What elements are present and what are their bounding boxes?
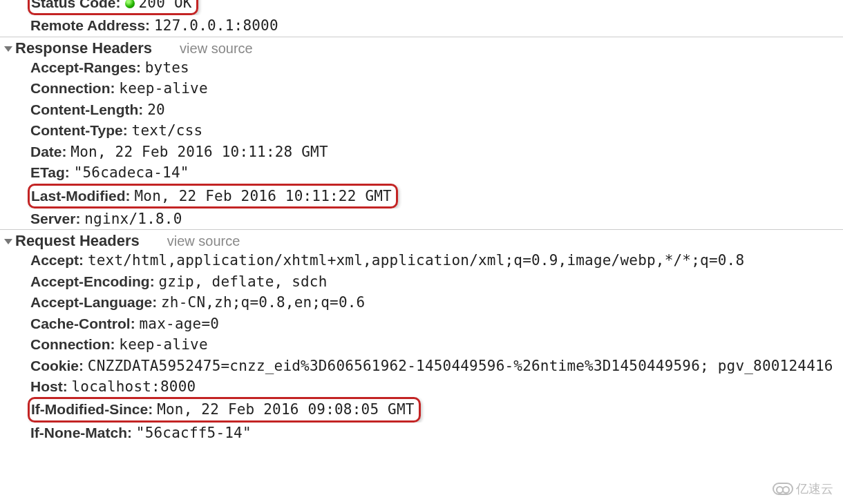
- if-none-match-row: If-None-Match: "56cacff5-14": [0, 423, 843, 443]
- header-row: Accept-Language: zh-CN,zh;q=0.8,en;q=0.6: [0, 292, 843, 313]
- response-headers-title: Response Headers: [15, 39, 152, 57]
- header-row: Cookie: CNZZDATA5952475=cnzz_eid%3D60656…: [0, 356, 843, 376]
- header-value: max-age=0: [140, 316, 220, 332]
- request-headers-section: Request Headers view source Accept: text…: [0, 229, 843, 443]
- header-label: Date:: [30, 144, 67, 159]
- response-view-source-link[interactable]: view source: [180, 41, 253, 57]
- header-value: bytes: [145, 59, 189, 76]
- header-label: Accept-Encoding:: [30, 273, 155, 289]
- header-value: Mon, 22 Feb 2016 10:11:28 GMT: [70, 144, 328, 160]
- header-label: Cache-Control:: [30, 316, 135, 331]
- status-code-label: Status Code:: [31, 0, 121, 13]
- header-value: zh-CN,zh;q=0.8,en;q=0.6: [161, 294, 365, 311]
- header-label: Accept-Language:: [30, 294, 157, 310]
- request-view-source-link[interactable]: view source: [167, 233, 240, 249]
- header-value: gzip, deflate, sdch: [159, 273, 328, 290]
- if-modified-since-label: If-Modified-Since:: [31, 399, 153, 420]
- last-modified-value: Mon, 22 Feb 2016 10:11:22 GMT: [134, 186, 391, 206]
- header-value: "56cadeca-14": [74, 164, 189, 181]
- server-value: nginx/1.8.0: [84, 211, 182, 227]
- header-value: text/html,application/xhtml+xml,applicat…: [88, 252, 744, 269]
- header-row: Content-Type: text/css: [0, 120, 843, 141]
- status-code-value: 200 OK: [139, 0, 192, 13]
- if-modified-since-highlight: If-Modified-Since: Mon, 22 Feb 2016 09:0…: [28, 397, 421, 422]
- remote-address-value: 127.0.0.1:8000: [154, 17, 278, 34]
- request-headers-header[interactable]: Request Headers view source: [0, 232, 843, 250]
- last-modified-label: Last-Modified:: [31, 186, 130, 206]
- header-label: Accept:: [30, 252, 84, 268]
- header-label: Host:: [30, 378, 68, 394]
- remote-address-row: Remote Address: 127.0.0.1:8000: [0, 15, 843, 36]
- header-row: Date: Mon, 22 Feb 2016 10:11:28 GMT: [0, 142, 843, 162]
- header-row: Connection: keep-alive: [0, 78, 843, 99]
- response-headers-header[interactable]: Response Headers view source: [0, 39, 843, 57]
- caret-down-icon[interactable]: [4, 46, 12, 52]
- header-value: localhost:8000: [72, 378, 196, 395]
- header-label: Connection:: [30, 80, 115, 96]
- header-row: Content-Length: 20: [0, 99, 843, 120]
- caret-down-icon[interactable]: [4, 239, 12, 244]
- status-code-row: Status Code: 200 OK: [0, 0, 843, 15]
- header-label: Content-Length:: [30, 101, 143, 117]
- header-row: ETag: "56cadeca-14": [0, 162, 843, 183]
- remote-address-label: Remote Address:: [30, 17, 150, 33]
- header-value: keep-alive: [119, 336, 207, 353]
- header-label: ETag:: [30, 164, 70, 180]
- status-dot-icon: [125, 0, 135, 8]
- header-row: Cache-Control: max-age=0: [0, 313, 843, 334]
- if-modified-since-row: If-Modified-Since: Mon, 22 Feb 2016 09:0…: [0, 397, 843, 422]
- if-none-match-value: "56cacff5-14": [136, 425, 252, 441]
- header-row: Connection: keep-alive: [0, 334, 843, 355]
- header-value: CNZZDATA5952475=cnzz_eid%3D606561962-145…: [88, 358, 833, 374]
- last-modified-highlight: Last-Modified: Mon, 22 Feb 2016 10:11:22…: [28, 184, 398, 209]
- header-label: Content-Type:: [30, 122, 128, 138]
- header-label: Connection:: [30, 336, 115, 352]
- header-row: Accept-Encoding: gzip, deflate, sdch: [0, 271, 843, 292]
- header-label: Cookie:: [30, 358, 84, 374]
- server-row: Server: nginx/1.8.0: [0, 209, 843, 229]
- status-code-highlight: Status Code: 200 OK: [28, 0, 198, 15]
- request-headers-title: Request Headers: [15, 232, 140, 250]
- header-label: Accept-Ranges:: [30, 59, 141, 75]
- last-modified-row: Last-Modified: Mon, 22 Feb 2016 10:11:22…: [0, 184, 843, 209]
- if-modified-since-value: Mon, 22 Feb 2016 09:08:05 GMT: [157, 399, 414, 420]
- header-value: text/css: [132, 122, 203, 139]
- header-row: Accept: text/html,application/xhtml+xml,…: [0, 250, 843, 271]
- header-row: Accept-Ranges: bytes: [0, 57, 843, 78]
- response-headers-section: Response Headers view source Accept-Rang…: [0, 37, 843, 230]
- header-value: keep-alive: [119, 80, 207, 97]
- header-row: Host: localhost:8000: [0, 376, 843, 397]
- if-none-match-label: If-None-Match:: [30, 425, 132, 440]
- server-label: Server:: [30, 211, 80, 226]
- header-value: 20: [147, 101, 165, 118]
